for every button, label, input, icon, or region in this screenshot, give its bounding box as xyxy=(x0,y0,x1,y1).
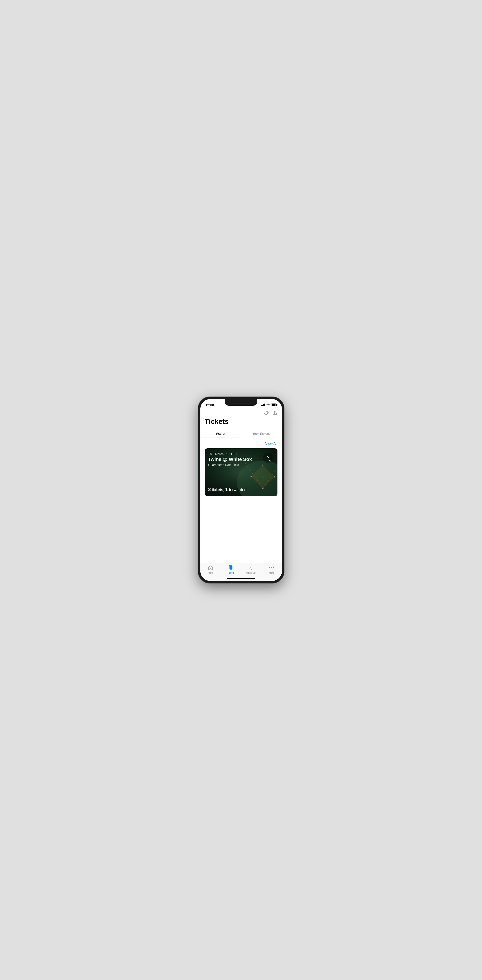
status-time: 12:00 xyxy=(206,403,214,407)
home-icon xyxy=(208,565,213,571)
page-title: Tickets xyxy=(200,417,282,429)
content-area: Tickets Wallet Buy Tickets View All xyxy=(200,409,282,563)
home-indicator xyxy=(227,578,255,579)
svg-point-20 xyxy=(273,567,274,568)
ticket-top: Thu, March 31 • TBD Twins @ White Sox Gu… xyxy=(208,452,274,467)
wifi-icon xyxy=(266,403,270,407)
svg-text:x: x xyxy=(251,568,252,571)
status-icons xyxy=(261,403,277,407)
nav-label-home: Home xyxy=(208,572,213,574)
view-all-row: View All xyxy=(205,442,277,445)
team-logo: S x xyxy=(262,452,274,464)
ticket-matchup: Twins @ White Sox xyxy=(208,457,252,462)
tickets-count: 2 xyxy=(208,487,211,492)
tab-indicator xyxy=(200,438,241,438)
ticket-bottom-info: 2 tickets, 1 forwarded xyxy=(208,487,274,492)
share-icon[interactable] xyxy=(272,410,277,417)
nav-label-white-sox: White Sox xyxy=(246,572,256,574)
white-sox-icon: S x xyxy=(248,565,255,571)
tags-icon[interactable] xyxy=(264,410,269,417)
svg-rect-15 xyxy=(230,566,232,570)
svg-point-18 xyxy=(269,567,270,568)
svg-point-19 xyxy=(271,567,272,568)
forwarded-count: 1 xyxy=(225,487,228,492)
nav-item-home[interactable]: Home xyxy=(200,565,221,574)
nav-label-more: More xyxy=(269,572,274,574)
nav-item-tickets[interactable]: Tickets xyxy=(221,565,241,574)
main-content: View All xyxy=(200,438,282,500)
ticket-card[interactable]: Thu, March 31 • TBD Twins @ White Sox Gu… xyxy=(205,448,277,496)
tab-wallet[interactable]: Wallet xyxy=(200,429,241,438)
ticket-venue: Guaranteed Rate Field xyxy=(208,463,252,467)
svg-point-0 xyxy=(264,412,265,412)
tab-buy-tickets[interactable]: Buy Tickets xyxy=(241,429,282,438)
nav-item-white-sox[interactable]: S x White Sox xyxy=(241,565,261,574)
page-header xyxy=(200,409,282,417)
more-icon xyxy=(269,565,274,571)
battery-icon xyxy=(271,404,277,406)
screen: 12:00 xyxy=(200,399,282,581)
tickets-icon xyxy=(228,565,233,571)
ticket-info: Thu, March 31 • TBD Twins @ White Sox Gu… xyxy=(208,452,252,467)
phone-frame: 12:00 xyxy=(198,397,284,583)
nav-item-more[interactable]: More xyxy=(261,565,282,574)
view-all-button[interactable]: View All xyxy=(265,442,277,445)
notch xyxy=(224,399,258,406)
nav-label-tickets: Tickets xyxy=(227,572,234,574)
ticket-date: Thu, March 31 • TBD xyxy=(208,452,252,456)
ticket-content: Thu, March 31 • TBD Twins @ White Sox Gu… xyxy=(205,448,277,496)
svg-text:x: x xyxy=(269,458,271,462)
tabs-container: Wallet Buy Tickets xyxy=(200,429,282,438)
signal-bars-icon xyxy=(261,404,265,406)
